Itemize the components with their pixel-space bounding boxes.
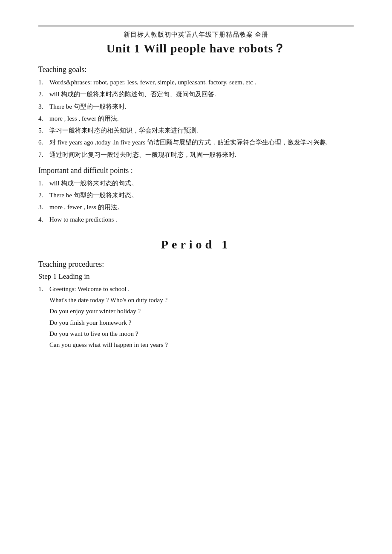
list-num: 6. xyxy=(38,137,49,148)
main-title: Unit 1 Will people have robots？ xyxy=(38,40,354,57)
list-content: more , fewer , less 的用法。 xyxy=(49,202,354,213)
list-content: will 构成的一般将来时态的陈述句、否定句、疑问句及回答. xyxy=(49,89,354,100)
list-item: 1. Greetings: Welcome to school . xyxy=(38,283,354,294)
list-num: 7. xyxy=(38,149,49,160)
list-num: 3. xyxy=(38,101,49,112)
greetings-main-text: Greetings: Welcome to school . xyxy=(49,286,130,292)
list-content: 通过时间对比复习一般过去时态、一般现在时态，巩固一般将来时. xyxy=(49,149,354,160)
list-content: more , less , fewer 的用法. xyxy=(49,113,354,124)
step1-list: 1. Greetings: Welcome to school . xyxy=(38,283,354,294)
list-item: 4. more , less , fewer 的用法. xyxy=(38,113,354,124)
important-points-section: Important and difficult points : 1. will… xyxy=(38,166,354,225)
list-num: 4. xyxy=(38,214,49,225)
greetings-sub-line-5: Can you guess what will happen in ten ye… xyxy=(49,339,354,350)
teaching-goals-heading: Teaching goals: xyxy=(38,65,354,74)
teaching-goals-list: 1. Words&phrases: robot, paper, less, fe… xyxy=(38,77,354,160)
greetings-sub-line-4: Do you want to live on the moon ? xyxy=(49,328,354,339)
list-content: There be 句型的一般将来时. xyxy=(49,101,354,112)
list-content: Words&phrases: robot, paper, less, fewer… xyxy=(49,77,354,88)
subtitle: 新目标人教版初中英语八年级下册精品教案 全册 xyxy=(38,31,354,39)
list-num: 5. xyxy=(38,125,49,136)
list-item: 2. There be 句型的一般将来时态。 xyxy=(38,190,354,201)
greetings-sub-lines: What's the date today ? Who's on duty to… xyxy=(49,294,354,350)
list-item: 4. How to make predictions . xyxy=(38,214,354,225)
list-num: 4. xyxy=(38,113,49,124)
list-item: 2. will 构成的一般将来时态的陈述句、否定句、疑问句及回答. xyxy=(38,89,354,100)
greetings-sub-line-3: Do you finish your homework ? xyxy=(49,317,354,328)
greetings-sub-line-2: Do you enjoy your winter holiday ? xyxy=(49,306,354,317)
list-content: Greetings: Welcome to school . xyxy=(49,283,130,294)
period-title: Period 1 xyxy=(38,238,354,251)
list-num: 1. xyxy=(38,283,49,294)
list-item: 1. will 构成一般将来时态的句式。 xyxy=(38,178,354,189)
important-points-heading: Important and difficult points : xyxy=(38,166,354,175)
list-num: 2. xyxy=(38,190,49,201)
top-border xyxy=(38,26,354,26)
list-content: There be 句型的一般将来时态。 xyxy=(49,190,354,201)
list-num: 2. xyxy=(38,89,49,100)
list-item: 1. Words&phrases: robot, paper, less, fe… xyxy=(38,77,354,88)
list-content: will 构成一般将来时态的句式。 xyxy=(49,178,354,189)
important-points-list: 1. will 构成一般将来时态的句式。 2. There be 句型的一般将来… xyxy=(38,178,354,225)
list-item: 7. 通过时间对比复习一般过去时态、一般现在时态，巩固一般将来时. xyxy=(38,149,354,160)
step1-section: Step 1 Leading in 1. Greetings: Welcome … xyxy=(38,272,354,351)
teaching-goals-section: Teaching goals: 1. Words&phrases: robot,… xyxy=(38,65,354,160)
list-item: 5. 学习一般将来时态的相关知识，学会对未来进行预测. xyxy=(38,125,354,136)
teaching-procedures-heading: Teaching procedures: xyxy=(38,260,354,269)
list-item: 3. There be 句型的一般将来时. xyxy=(38,101,354,112)
list-item: 3. more , fewer , less 的用法。 xyxy=(38,202,354,213)
list-num: 1. xyxy=(38,178,49,189)
step1-heading: Step 1 Leading in xyxy=(38,272,354,281)
list-num: 1. xyxy=(38,77,49,88)
list-item: 6. 对 five years ago ,today ,in five year… xyxy=(38,137,354,148)
list-num: 3. xyxy=(38,202,49,213)
teaching-procedures-section: Teaching procedures: Step 1 Leading in 1… xyxy=(38,260,354,351)
greetings-sub-line-1: What's the date today ? Who's on duty to… xyxy=(49,294,354,306)
list-content: 学习一般将来时态的相关知识，学会对未来进行预测. xyxy=(49,125,354,136)
list-content: How to make predictions . xyxy=(49,214,354,225)
list-content: 对 five years ago ,today ,in five years 简… xyxy=(49,137,354,148)
